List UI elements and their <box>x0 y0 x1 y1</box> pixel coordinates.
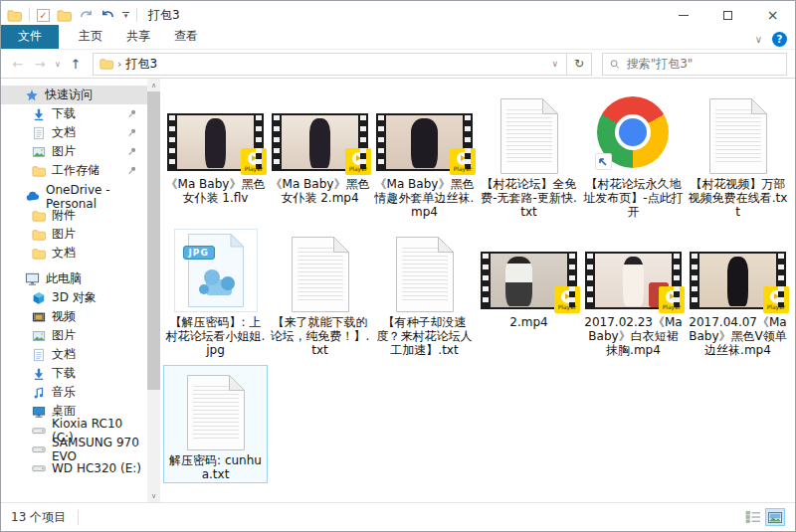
video-icon <box>32 310 46 324</box>
forward-button[interactable]: → <box>31 57 49 72</box>
music-icon <box>32 386 46 400</box>
file-item-txt-selected[interactable]: 解压密码: cunhua.txt <box>163 365 268 483</box>
computer-icon <box>25 271 40 286</box>
sidebar-item-pc-documents[interactable]: 文档 <box>1 345 147 364</box>
search-icon <box>609 58 621 71</box>
sidebar-item-documents[interactable]: 文档 <box>1 123 147 142</box>
player-badge: Player <box>763 286 789 313</box>
drive-icon <box>32 424 46 438</box>
address-folder-icon <box>100 57 113 71</box>
cloud-icon <box>25 189 40 204</box>
file-item-jpg[interactable]: JPG 【解压密码】: 上村花论坛看小姐姐.jpg <box>163 227 268 359</box>
tab-view[interactable]: 查看 <box>162 25 210 49</box>
file-item-txt-2[interactable]: 【村花视频】万部视频免费在线看.txt <box>686 89 790 221</box>
sidebar-item-music[interactable]: 音乐 <box>1 383 147 402</box>
breadcrumb-chevron-icon[interactable]: › <box>117 58 121 71</box>
thumbnail-view-button[interactable] <box>765 508 785 526</box>
search-box[interactable] <box>602 53 787 76</box>
player-badge: Player <box>450 148 476 175</box>
sidebar-item-this-pc[interactable]: 此电脑 <box>1 269 147 288</box>
scrollbar-thumb[interactable] <box>147 91 160 390</box>
sidebar-item-work-storage[interactable]: 工作存储 <box>1 161 147 180</box>
file-name: 2.mp4 <box>509 315 547 329</box>
sidebar-item-downloads[interactable]: 下载 <box>1 104 147 123</box>
close-button[interactable]: × <box>750 1 795 29</box>
file-item-video-3[interactable]: Player 《Ma Baby》黑色情趣外套单边丝袜.mp4 <box>372 89 477 221</box>
explorer-window: ✓ ▾ 打包3 × 文件 主页 共享 查看 ∨ ? ← → ∨ ↑ <box>0 0 796 532</box>
navigation-bar: ← → ∨ ↑ › 打包3 ∨ ↻ <box>1 50 795 79</box>
maximize-button[interactable] <box>705 1 750 29</box>
file-item-txt-3[interactable]: 【来了就能下载的论坛，纯免费！】.txt <box>268 227 372 359</box>
ribbon-tabs: 文件 主页 共享 查看 ∨ ? <box>1 29 795 50</box>
scroll-down-icon[interactable]: ∨ <box>151 489 156 502</box>
help-icon[interactable]: ? <box>772 32 787 47</box>
minimize-button[interactable] <box>661 1 705 29</box>
file-item-video-4[interactable]: Player 2.mp4 <box>477 227 581 359</box>
video-thumbnail: Player <box>376 113 473 171</box>
file-item-txt-4[interactable]: 【有种子却没速度？来村花论坛人工加速】.txt <box>372 227 477 359</box>
play-icon <box>457 152 470 165</box>
sidebar-item-pictures[interactable]: 图片 <box>1 142 147 161</box>
file-item-video-6[interactable]: Player 2017.04.07《Ma Baby》黑色V领单边丝袜.mp4 <box>686 227 790 359</box>
pin-icon <box>126 146 137 157</box>
address-bar[interactable]: › 打包3 ∨ <box>93 53 567 76</box>
sidebar-item-onedrive-pictures[interactable]: 图片 <box>1 225 147 244</box>
file-item-video-1[interactable]: Player 《Ma Baby》黑色女仆装 1.flv <box>163 89 268 221</box>
download-icon <box>32 107 46 121</box>
new-folder-icon[interactable] <box>57 8 72 23</box>
folder-icon <box>32 164 46 178</box>
details-view-button[interactable] <box>745 510 761 524</box>
address-dropdown-icon[interactable]: ∨ <box>547 59 562 69</box>
sidebar-scrollbar[interactable]: ∧ ∨ <box>147 79 160 502</box>
body-area: 快速访问 下载 文档 图片 <box>1 79 795 502</box>
redo-icon[interactable] <box>79 8 94 23</box>
video-thumbnail: Player <box>690 252 786 309</box>
breadcrumb[interactable]: 打包3 <box>125 56 157 73</box>
undo-icon[interactable] <box>100 8 115 23</box>
search-input[interactable] <box>627 57 780 71</box>
play-icon <box>248 152 261 165</box>
customize-toolbar-dropdown[interactable]: ▾ <box>122 12 129 19</box>
tab-share[interactable]: 共享 <box>114 25 162 49</box>
sidebar-item-drive-samsung[interactable]: SAMSUNG 970 EVO <box>1 440 147 458</box>
image-file-frame: JPG <box>174 229 258 312</box>
expand-ribbon-icon[interactable]: ∨ <box>755 34 762 45</box>
file-item-video-5[interactable]: Player 2017.02.23《Ma Baby》白衣短裙抹胸.mp4 <box>581 227 686 359</box>
sidebar-item-onedrive-documents[interactable]: 文档 <box>1 244 147 263</box>
folder-icon <box>32 209 46 223</box>
sidebar-item-onedrive[interactable]: OneDrive - Personal <box>1 187 147 206</box>
sidebar-item-quick-access[interactable]: 快速访问 <box>1 86 147 104</box>
file-item-chrome-shortcut[interactable]: 【村花论坛永久地址发布页】-点此打开 <box>581 89 686 221</box>
scroll-up-icon[interactable]: ∧ <box>151 79 156 91</box>
player-badge: Player <box>241 148 267 175</box>
refresh-button[interactable]: ↻ <box>567 53 592 76</box>
navigation-pane: 快速访问 下载 文档 图片 <box>1 79 147 502</box>
file-name: 【有种子却没速度？来村花论坛人工加速】.txt <box>374 315 475 357</box>
sidebar-item-3d-objects[interactable]: 3D 对象 <box>1 288 147 307</box>
sidebar-item-label: 工作存储 <box>52 162 100 179</box>
file-item-video-2[interactable]: Player 《Ma Baby》黑色女仆装 2.mp4 <box>268 89 372 221</box>
sidebar-item-videos[interactable]: 视频 <box>1 307 147 326</box>
sidebar-item-label: 图片 <box>52 327 76 344</box>
file-name: 2017.04.07《Ma Baby》黑色V领单边丝袜.mp4 <box>688 315 788 357</box>
video-thumbnail: Player <box>167 113 264 171</box>
ribbon-right-controls: ∨ ? <box>755 32 795 49</box>
checkbox-toolbar-icon[interactable]: ✓ <box>37 9 50 22</box>
recent-locations-dropdown[interactable]: ∨ <box>53 60 63 69</box>
tab-file[interactable]: 文件 <box>1 25 59 49</box>
star-icon <box>25 89 39 102</box>
back-button[interactable]: ← <box>9 57 27 72</box>
pin-icon <box>126 165 137 176</box>
sidebar-item-pc-pictures[interactable]: 图片 <box>1 326 147 345</box>
video-thumbnail: Player <box>481 252 577 309</box>
sidebar-item-label: 文档 <box>52 124 76 141</box>
up-button[interactable]: ↑ <box>67 57 85 72</box>
sidebar-item-pc-downloads[interactable]: 下载 <box>1 364 147 383</box>
file-item-txt-1[interactable]: 【村花论坛】全免费-无套路-更新快.txt <box>477 89 581 221</box>
play-icon <box>352 152 365 165</box>
file-name: 《Ma Baby》黑色情趣外套单边丝袜.mp4 <box>374 177 475 219</box>
file-name: 【来了就能下载的论坛，纯免费！】.txt <box>270 315 370 357</box>
tab-home[interactable]: 主页 <box>67 25 114 49</box>
document-icon <box>32 348 46 362</box>
sidebar-item-drive-e[interactable]: WD HC320 (E:) <box>1 458 147 477</box>
